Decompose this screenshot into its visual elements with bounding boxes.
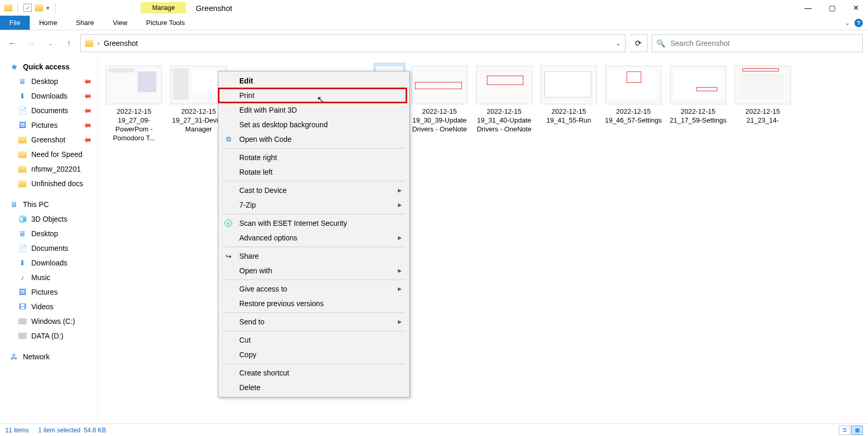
recent-locations-dropdown[interactable]: ⌄ (43, 36, 57, 51)
sidebar-label: Network (23, 353, 50, 361)
context-menu-item[interactable]: Edit (218, 74, 409, 88)
sidebar-item[interactable]: 🖥Desktop (0, 226, 97, 241)
address-bar[interactable]: › Greenshot ⌄ (80, 34, 626, 52)
file-item[interactable]: 2022-12-15 19_31_40-Update Drivers - One… (473, 63, 535, 146)
sidebar-item[interactable]: Windows (C:) (0, 314, 97, 329)
context-menu-item[interactable]: ↪Share (218, 249, 409, 263)
sidebar-item[interactable]: 📄Documents📌 (0, 103, 97, 118)
address-dropdown-icon[interactable]: ⌄ (616, 40, 621, 47)
context-menu-item[interactable]: Print (218, 88, 409, 103)
sidebar-item[interactable]: 🖥Desktop📌 (0, 74, 97, 89)
pin-icon: 📌 (82, 105, 93, 116)
ribbon-expand-icon[interactable]: ⌄ (845, 19, 850, 27)
up-button[interactable]: ↑ (62, 36, 76, 51)
details-view-button[interactable]: ☰ (839, 426, 850, 435)
file-item[interactable]: 2022-12-15 19_30_39-Update Drivers - One… (409, 63, 470, 146)
context-menu-item[interactable]: Edit with Paint 3D (218, 103, 409, 117)
sidebar-item-label: Videos (31, 302, 54, 311)
context-menu-item[interactable]: Rotate right (218, 150, 409, 165)
sidebar-item[interactable]: Unfinished docs (0, 176, 97, 191)
context-menu-item[interactable]: Set as desktop background (218, 117, 409, 132)
sidebar-item[interactable]: Need for Speed (0, 147, 97, 162)
sidebar-item[interactable]: 🖼Pictures📌 (0, 118, 97, 132)
file-view[interactable]: 2022-12-15 19_27_09-PowerPom - Pomodoro … (98, 56, 868, 423)
context-menu-item[interactable]: Send to► (218, 314, 409, 329)
file-name-label: 2022-12-15 19_27_09-PowerPom - Pomodoro … (105, 107, 163, 143)
sidebar-item[interactable]: DATA (D:) (0, 329, 97, 343)
menu-item-label: Cast to Device (239, 186, 287, 195)
file-tab[interactable]: File (0, 16, 30, 30)
menu-item-label: Print (239, 91, 254, 100)
back-button[interactable]: ← (5, 36, 20, 51)
context-menu-item[interactable]: ⧉Open with Code (218, 132, 409, 147)
properties-icon[interactable]: ✓ (23, 4, 32, 12)
context-menu-item[interactable]: Delete (218, 380, 409, 395)
file-item[interactable]: 2022-12-15 21_23_14- (732, 63, 793, 146)
minimize-button[interactable]: — (796, 0, 820, 16)
file-thumbnail (411, 66, 468, 104)
submenu-arrow-icon: ► (397, 318, 403, 325)
manage-tab[interactable]: Manage (141, 2, 186, 14)
context-menu-item[interactable]: Advanced options► (218, 231, 409, 245)
sidebar-item[interactable]: 🎞Videos (0, 299, 97, 314)
sidebar-item-icon: 🖥 (18, 77, 27, 86)
share-tab[interactable]: Share (67, 16, 104, 30)
help-icon[interactable]: ? (854, 19, 863, 27)
menu-item-label: 7-Zip (239, 201, 256, 209)
context-menu-item[interactable]: Open with► (218, 263, 409, 278)
file-item[interactable]: 2022-12-15 19_41_55-Run (538, 63, 600, 146)
sidebar-item-icon (18, 164, 27, 174)
sidebar-item-icon: 🎞 (18, 302, 27, 311)
sidebar-item[interactable]: 📄Documents (0, 241, 97, 256)
sidebar-item[interactable]: ⬇Downloads (0, 256, 97, 270)
picture-tools-tab[interactable]: Picture Tools (137, 16, 194, 30)
eset-icon: e (224, 219, 233, 228)
search-input[interactable] (670, 39, 858, 47)
sidebar-item[interactable]: ♪Music (0, 270, 97, 285)
context-menu-item[interactable]: Restore previous versions (218, 296, 409, 311)
context-menu-item[interactable]: Give access to► (218, 282, 409, 296)
sidebar-item-icon (18, 135, 27, 144)
maximize-button[interactable]: ▢ (820, 0, 844, 16)
sidebar-item-label: Windows (C:) (31, 317, 75, 325)
pc-icon: 🖥 (9, 200, 19, 209)
sidebar-label: Quick access (23, 63, 70, 71)
sidebar-item-icon: ♪ (18, 273, 27, 282)
menu-item-label: Edit (239, 77, 253, 85)
view-tab[interactable]: View (103, 16, 137, 30)
home-tab[interactable]: Home (30, 16, 67, 30)
context-menu-item[interactable]: Create shortcut (218, 366, 409, 380)
context-menu-item[interactable]: Cut (218, 333, 409, 347)
titlebar: ✓ ▾ Manage Greenshot — ▢ ✕ (0, 0, 868, 16)
customize-qat-dropdown[interactable]: ▾ (46, 5, 50, 11)
file-item[interactable]: 2022-12-15 19_46_57-Settings (603, 63, 664, 146)
context-menu-item[interactable]: 7-Zip► (218, 198, 409, 212)
new-folder-icon[interactable] (35, 4, 43, 11)
sidebar-network[interactable]: 🖧 Network (0, 349, 97, 364)
search-box[interactable]: 🔍 (652, 34, 863, 52)
context-menu-item[interactable]: eScan with ESET Internet Security (218, 216, 409, 231)
sidebar-item[interactable]: ⬇Downloads📌 (0, 89, 97, 103)
sidebar-item-label: Documents (31, 244, 68, 252)
forward-button[interactable]: → (24, 36, 39, 51)
sidebar-item[interactable]: 🧊3D Objects (0, 212, 97, 226)
refresh-button[interactable]: ⟳ (630, 34, 647, 52)
sidebar-item[interactable]: nfsmw_202201 (0, 162, 97, 176)
status-item-count: 11 items (5, 427, 29, 434)
file-thumbnail (605, 66, 662, 104)
close-button[interactable]: ✕ (844, 0, 868, 16)
sidebar-item[interactable]: Greenshot📌 (0, 132, 97, 147)
thumbnails-view-button[interactable]: ▦ (851, 426, 863, 435)
file-thumbnail (476, 66, 532, 104)
sidebar-this-pc[interactable]: 🖥 This PC (0, 197, 97, 212)
context-menu-item[interactable]: Rotate left (218, 165, 409, 179)
breadcrumb-segment[interactable]: Greenshot (104, 39, 138, 47)
file-item[interactable]: 2022-12-15 21_17_59-Settings (667, 63, 729, 146)
sidebar-item[interactable]: 🖼Pictures (0, 285, 97, 299)
context-menu-item[interactable]: Copy (218, 347, 409, 362)
file-item[interactable]: 2022-12-15 19_27_09-PowerPom - Pomodoro … (103, 63, 165, 146)
sidebar-quick-access[interactable]: ★ Quick access (0, 59, 97, 74)
file-thumbnail (670, 66, 726, 104)
sidebar-item-label: Downloads (31, 92, 67, 100)
context-menu-item[interactable]: Cast to Device► (218, 183, 409, 198)
